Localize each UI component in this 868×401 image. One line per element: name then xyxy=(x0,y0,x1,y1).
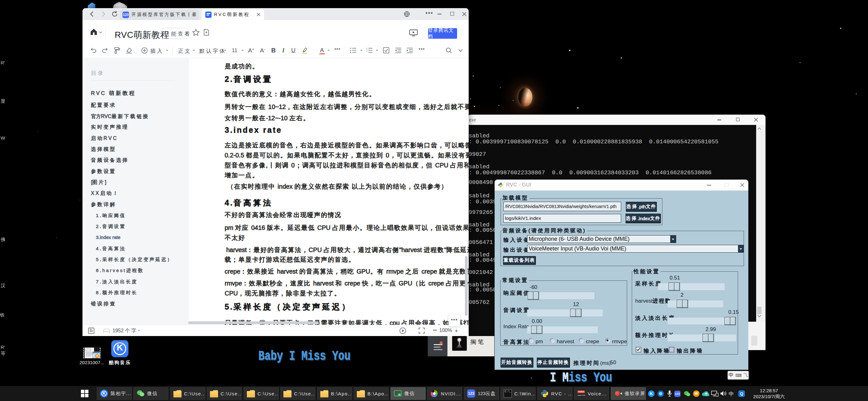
svg-text:2: 2 xyxy=(366,49,367,52)
svg-text:1: 1 xyxy=(366,47,367,49)
